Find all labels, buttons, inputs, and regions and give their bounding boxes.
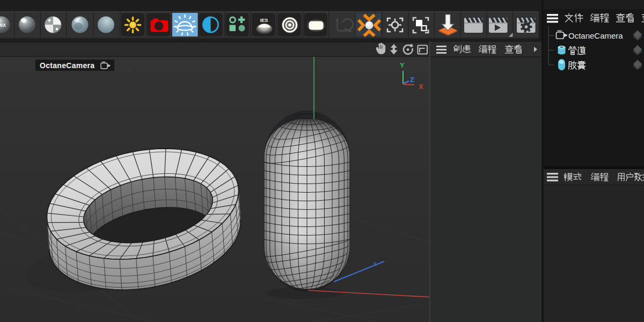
svg-text:Y: Y (400, 61, 405, 69)
svg-text:OctaneCamera: OctaneCamera (40, 61, 94, 70)
svg-text:X: X (419, 83, 423, 91)
svg-text:IES: IES (260, 18, 268, 23)
svg-text:Z: Z (410, 76, 414, 84)
svg-text:MIX: MIX (0, 23, 6, 28)
svg-text:OctaneCamera: OctaneCamera (568, 31, 623, 40)
